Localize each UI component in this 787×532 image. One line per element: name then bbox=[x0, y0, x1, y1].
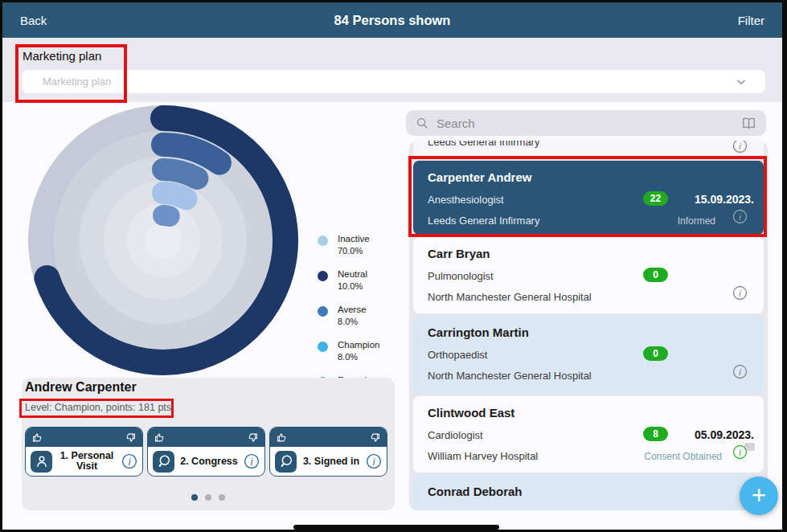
chevron-down-icon bbox=[735, 76, 748, 88]
legend-pct: 10.0% bbox=[338, 281, 363, 291]
top-navbar: Back 84 Persons shown Filter bbox=[2, 2, 782, 38]
carousel-dot-1[interactable] bbox=[191, 494, 198, 501]
person-list: Leeds General Infirmary Carpenter Andrew… bbox=[409, 141, 768, 510]
list-item-partial[interactable]: Leeds General Infirmary bbox=[413, 141, 764, 158]
filter-button[interactable]: Filter bbox=[738, 14, 764, 27]
info-icon[interactable] bbox=[366, 453, 382, 469]
info-icon[interactable] bbox=[244, 453, 260, 469]
thumb-down-icon[interactable] bbox=[247, 432, 259, 444]
person-icon bbox=[31, 451, 52, 473]
thumb-up-icon[interactable] bbox=[154, 432, 166, 444]
bookmarks-icon[interactable] bbox=[741, 116, 756, 131]
date-text: 15.09.2023. bbox=[695, 193, 754, 206]
list-item[interactable]: Conrad Deborah bbox=[413, 475, 764, 510]
hospital-text: William Harvey Hospital bbox=[428, 450, 538, 462]
carousel-dots bbox=[22, 494, 395, 501]
engagement-card-congress[interactable]: 2. Congress bbox=[147, 427, 265, 477]
page-title: 84 Persons shown bbox=[2, 13, 782, 28]
list-item[interactable]: Carr Bryan Pulmonologist 0 North Manches… bbox=[413, 237, 764, 313]
engagement-rings-chart bbox=[27, 104, 300, 377]
points-badge: 0 bbox=[643, 268, 668, 282]
info-icon[interactable] bbox=[121, 453, 137, 469]
hospital-text: Leeds General Infirmary bbox=[428, 215, 539, 227]
list-item-selected[interactable]: Carpenter Andrew Anesthesiologist 22 15.… bbox=[413, 161, 764, 235]
hospital-text: North Manchester General Hospital bbox=[428, 370, 592, 382]
engagement-card-signed-in[interactable]: 3. Signed in bbox=[269, 427, 387, 477]
search-icon bbox=[416, 117, 429, 130]
search-bar bbox=[406, 110, 766, 136]
points-badge: 22 bbox=[643, 191, 668, 206]
chat-icon bbox=[275, 451, 297, 473]
person-specialty: Orthopaedist bbox=[428, 349, 487, 361]
hospital-text: Leeds General Infirmary bbox=[428, 141, 539, 148]
person-name: Clintwood East bbox=[428, 406, 514, 419]
legend-pct: 8.0% bbox=[338, 352, 358, 362]
legend-dot-neutral bbox=[318, 271, 328, 281]
status-text: Consent Obtained bbox=[644, 451, 722, 462]
legend-name: Champion bbox=[338, 340, 379, 350]
legend-dot-averse bbox=[318, 306, 328, 317]
legend-name: Averse bbox=[338, 305, 367, 314]
legend-item: Inactive 70.0% bbox=[318, 232, 398, 256]
person-name: Carpenter Andrew bbox=[428, 170, 531, 184]
legend-name: Neutral bbox=[338, 269, 367, 279]
person-name: Carr Bryan bbox=[428, 247, 490, 260]
thumb-down-icon[interactable] bbox=[369, 432, 381, 444]
thumb-up-icon[interactable] bbox=[276, 432, 288, 444]
info-icon[interactable] bbox=[732, 364, 748, 379]
engagement-card-label: 1. Personal Visit bbox=[52, 451, 121, 472]
legend-item: Champion 8.0% bbox=[318, 338, 398, 362]
carousel-dot-2[interactable] bbox=[205, 494, 211, 501]
profile-name: Andrew Carpenter bbox=[25, 380, 137, 395]
legend-dot-inactive bbox=[318, 235, 328, 246]
person-name: Conrad Deborah bbox=[428, 485, 523, 498]
home-indicator[interactable] bbox=[293, 525, 499, 530]
list-item[interactable]: Carrington Martin Orthopaedist 0 North M… bbox=[413, 316, 764, 394]
date-text: 05.09.2023. bbox=[695, 428, 754, 441]
legend-pct: 8.0% bbox=[338, 317, 358, 326]
search-input[interactable] bbox=[435, 116, 741, 131]
engagement-card-label: 2. Congress bbox=[174, 456, 244, 467]
person-specialty: Cardiologist bbox=[428, 429, 483, 441]
engagement-card-label: 3. Signed in bbox=[297, 456, 366, 467]
info-icon[interactable] bbox=[732, 209, 748, 224]
chat-icon bbox=[153, 451, 174, 473]
legend-item: Averse 8.0% bbox=[318, 303, 398, 327]
thumb-up-icon[interactable] bbox=[31, 432, 43, 444]
legend-name: Inactive bbox=[338, 234, 370, 243]
info-icon[interactable] bbox=[732, 444, 748, 460]
marketing-plan-dropdown[interactable]: Marketing plan bbox=[22, 70, 765, 93]
points-badge: 8 bbox=[643, 427, 668, 441]
info-icon[interactable] bbox=[732, 285, 748, 301]
legend-item: Neutral 10.0% bbox=[318, 268, 398, 292]
add-button[interactable]: + bbox=[740, 477, 778, 515]
person-specialty: Pulmonologist bbox=[428, 270, 494, 282]
engagement-card-personal-visit[interactable]: 1. Personal Visit bbox=[25, 427, 143, 477]
dropdown-placeholder: Marketing plan bbox=[43, 76, 111, 88]
profile-level-text: Level: Champion, points: 181 pts bbox=[25, 402, 171, 413]
carousel-dot-3[interactable] bbox=[219, 494, 225, 501]
person-name: Carrington Martin bbox=[428, 325, 529, 339]
points-badge: 0 bbox=[643, 346, 668, 361]
legend-pct: 70.0% bbox=[338, 246, 363, 256]
list-item[interactable]: Clintwood East Cardiologist 8 05.09.2023… bbox=[413, 396, 764, 473]
thumb-down-icon[interactable] bbox=[125, 432, 137, 444]
person-specialty: Anesthesiologist bbox=[428, 194, 504, 206]
marketing-plan-label: Marketing plan bbox=[23, 49, 101, 63]
legend-dot-champion bbox=[318, 342, 328, 352]
engagement-card-carousel: 1. Personal Visit 2. Congress bbox=[25, 427, 387, 477]
status-text: Informed bbox=[678, 215, 715, 227]
app-window: Back 84 Persons shown Filter Marketing p… bbox=[0, 0, 787, 532]
info-icon[interactable] bbox=[732, 141, 748, 153]
hospital-text: North Manchester General Hospital bbox=[428, 291, 592, 303]
